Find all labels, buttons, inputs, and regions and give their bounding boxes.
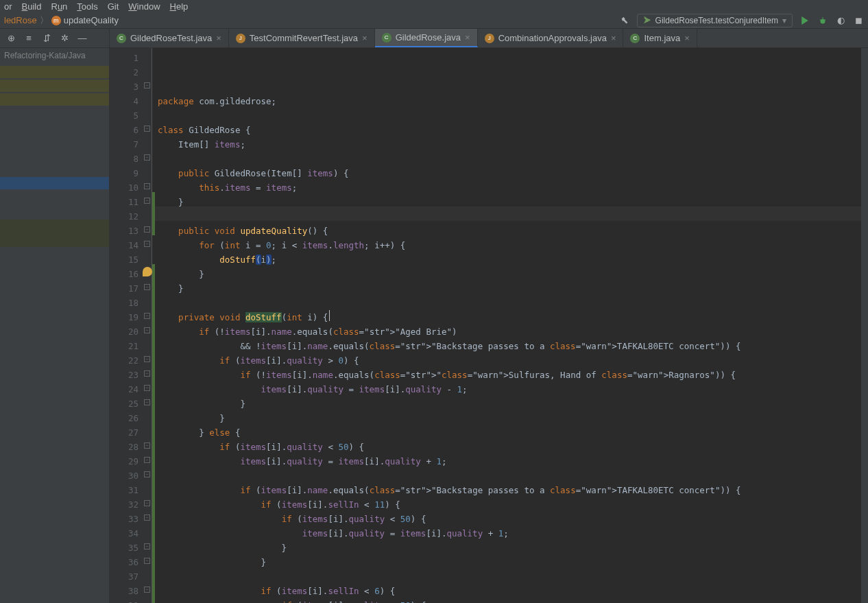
fold-toggle[interactable]: −	[144, 82, 150, 88]
line-number[interactable]: 29	[110, 454, 138, 469]
line-number[interactable]: 15	[110, 252, 138, 267]
line-number[interactable]: 3	[110, 80, 138, 94]
close-icon[interactable]: ×	[684, 33, 690, 43]
editor-tab[interactable]: CGildedRose.java×	[375, 29, 478, 47]
code-line[interactable]: }	[158, 541, 861, 555]
line-number[interactable]: 12	[110, 209, 138, 224]
line-number[interactable]: 16	[110, 267, 138, 281]
line-number[interactable]: 21	[110, 339, 138, 353]
code-line[interactable]	[158, 152, 861, 166]
code-line[interactable]: items[i].quality = items[i].quality - 1;	[158, 382, 861, 397]
fold-toggle[interactable]: −	[144, 126, 150, 132]
line-number[interactable]: 32	[110, 497, 138, 512]
code-line[interactable]: }	[158, 555, 861, 569]
line-number[interactable]: 39	[110, 598, 138, 603]
editor-tab[interactable]: CGildedRoseTest.java×	[110, 29, 229, 47]
code-line[interactable]: class GildedRose {	[158, 123, 861, 137]
code-line[interactable]: if (items[i].quality < 50) {	[158, 440, 861, 454]
fold-toggle[interactable]: −	[144, 457, 150, 463]
sidebar-item-selected[interactable]	[0, 177, 109, 189]
fold-toggle[interactable]: −	[144, 154, 150, 161]
line-number[interactable]: 6	[110, 123, 138, 137]
menu-git[interactable]: Git	[108, 1, 119, 12]
menu-run[interactable]: Run	[51, 1, 67, 12]
line-number[interactable]: 22	[110, 353, 138, 368]
line-number[interactable]: 14	[110, 238, 138, 252]
line-number[interactable]: 27	[110, 425, 138, 440]
code-line[interactable]: && !items[i].name.equals(class="str">"Ba…	[158, 339, 861, 353]
select-opened-file-icon[interactable]: ⊕	[5, 33, 16, 44]
code-line[interactable]: if (items[i].sellIn < 6) {	[158, 584, 861, 598]
line-number[interactable]: 35	[110, 541, 138, 555]
code-line[interactable]: for (int i = 0; i < items.length; i++) {	[158, 238, 861, 252]
fold-toggle[interactable]: −	[144, 558, 150, 564]
code-line[interactable]: } else {	[158, 425, 861, 440]
line-number[interactable]: 9	[110, 166, 138, 180]
code-line[interactable]: public GildedRose(Item[] items) {	[158, 166, 861, 180]
line-number[interactable]: 7	[110, 137, 138, 152]
code-line[interactable]: if (items[i].sellIn < 11) {	[158, 497, 861, 512]
fold-toggle[interactable]: −	[144, 370, 150, 377]
settings-icon[interactable]: ✲	[59, 33, 70, 44]
fold-toggle[interactable]: −	[144, 500, 150, 506]
coverage-button[interactable]: ◐	[835, 15, 846, 26]
code-line[interactable]: }	[158, 397, 861, 411]
expand-all-icon[interactable]: ≡	[23, 33, 34, 44]
collapse-all-icon[interactable]: ⇵	[41, 33, 52, 44]
code-line[interactable]: }	[158, 267, 861, 281]
fold-toggle[interactable]: −	[144, 241, 150, 247]
line-number[interactable]: 20	[110, 324, 138, 339]
fold-toggle[interactable]: −	[144, 399, 150, 405]
line-number[interactable]: 17	[110, 281, 138, 296]
code-line[interactable]: if (!items[i].name.equals(class="str">"A…	[158, 324, 861, 339]
code-line[interactable]: if (!items[i].name.equals(class="str">"c…	[158, 368, 861, 382]
close-icon[interactable]: ×	[216, 33, 221, 43]
code-line[interactable]: }	[158, 281, 861, 296]
line-number[interactable]: 33	[110, 512, 138, 526]
line-number[interactable]: 34	[110, 526, 138, 541]
code-line[interactable]: if (items[i].quality < 50) {	[158, 512, 861, 526]
fold-toggle[interactable]: −	[144, 356, 150, 362]
close-icon[interactable]: ×	[611, 33, 616, 43]
line-number[interactable]: 19	[110, 310, 138, 324]
code-line[interactable]	[158, 469, 861, 483]
fold-toggle[interactable]: −	[144, 327, 150, 333]
breadcrumb-method[interactable]: m updateQuality	[51, 15, 119, 25]
menu-window[interactable]: Window	[128, 1, 160, 12]
editor-tab[interactable]: CItem.java×	[623, 29, 697, 47]
fold-toggle[interactable]: −	[144, 226, 150, 233]
menu-or[interactable]: or	[4, 1, 12, 12]
menu-tools[interactable]: Tools	[77, 1, 97, 12]
code-line[interactable]	[158, 209, 861, 224]
code-line[interactable]: doStuff(i);	[158, 252, 861, 267]
code-line[interactable]	[158, 108, 861, 123]
editor-tab[interactable]: JCombinationApprovals.java×	[478, 29, 624, 47]
fold-toggle[interactable]: −	[144, 198, 150, 204]
line-number[interactable]: 1	[110, 51, 138, 65]
fold-toggle[interactable]: −	[144, 313, 150, 319]
project-sidebar[interactable]: Refactoring-Kata/Java	[0, 48, 110, 603]
code-line[interactable]: if (items[i].quality > 0) {	[158, 353, 861, 368]
line-number[interactable]: 31	[110, 483, 138, 497]
fold-gutter[interactable]: −−−−−−−−−−−−−−−−−−−−−−−	[143, 48, 152, 603]
line-number[interactable]: 38	[110, 584, 138, 598]
fold-toggle[interactable]: −	[144, 385, 150, 391]
line-number[interactable]: 28	[110, 440, 138, 454]
fold-toggle[interactable]: −	[144, 442, 150, 449]
sidebar-item[interactable]	[0, 220, 109, 247]
line-number[interactable]: 4	[110, 94, 138, 108]
line-number[interactable]: 10	[110, 180, 138, 195]
menu-build[interactable]: Build	[22, 1, 42, 12]
editor[interactable]: 1234567891011121314151617181920212223242…	[110, 48, 868, 603]
line-number[interactable]: 5	[110, 108, 138, 123]
run-button[interactable]	[799, 15, 810, 26]
line-number[interactable]: 2	[110, 65, 138, 80]
run-configuration-selector[interactable]: ⮞ GildedRoseTest.testConjuredItem ▾	[637, 14, 793, 27]
stop-button[interactable]: ◼	[853, 15, 864, 26]
debug-button[interactable]	[817, 15, 828, 26]
sidebar-item[interactable]	[0, 80, 109, 92]
line-number[interactable]: 24	[110, 382, 138, 397]
code-line[interactable]	[158, 569, 861, 584]
code-area[interactable]: package com.gildedrose; class GildedRose…	[152, 48, 861, 603]
menu-help[interactable]: Help	[170, 1, 189, 12]
